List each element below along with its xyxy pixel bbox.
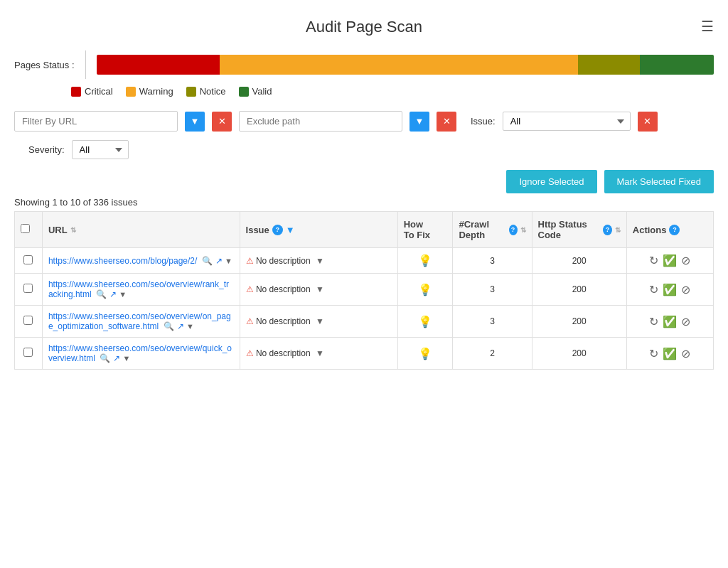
magnify-icon[interactable]: 🔍 bbox=[164, 321, 174, 331]
row-url-cell: https://www.sheerseo.com/seo/overview/qu… bbox=[42, 338, 240, 370]
mark-fixed-icon[interactable]: ✅ bbox=[663, 347, 677, 360]
exclude-path-input[interactable] bbox=[239, 111, 402, 132]
lightbulb-icon[interactable]: 💡 bbox=[418, 254, 432, 267]
crawl-sort-icon[interactable]: ⇅ bbox=[520, 226, 526, 234]
refresh-icon[interactable]: ↻ bbox=[649, 347, 658, 360]
row-howtofix-cell: 💡 bbox=[397, 306, 453, 338]
row-actions-cell: ↻ ✅ ⊘ bbox=[626, 248, 713, 274]
exclude-clear-button[interactable]: ✕ bbox=[437, 112, 456, 132]
url-dropdown-icon[interactable]: ▼ bbox=[186, 322, 194, 331]
crawl-help-icon[interactable]: ? bbox=[509, 225, 518, 235]
url-clear-button[interactable]: ✕ bbox=[212, 112, 232, 132]
issue-filter-icon[interactable]: ▼ bbox=[286, 225, 295, 235]
row-checkbox-cell[interactable] bbox=[15, 338, 43, 370]
magnify-icon[interactable]: 🔍 bbox=[96, 289, 107, 299]
row-url-link[interactable]: https://www.sheerseo.com/seo/overview/qu… bbox=[48, 343, 232, 363]
refresh-icon[interactable]: ↻ bbox=[649, 315, 658, 328]
row-issue-cell: ⚠ No description ▼ bbox=[240, 248, 397, 274]
external-link-icon[interactable]: ↗ bbox=[113, 353, 120, 363]
mark-fixed-icon[interactable]: ✅ bbox=[663, 254, 677, 267]
row-url-link[interactable]: https://www.sheerseo.com/blog/page/2/ bbox=[48, 256, 197, 266]
legend-notice-label: Notice bbox=[200, 86, 226, 97]
hamburger-menu-icon[interactable]: ☰ bbox=[701, 18, 714, 35]
row-checkbox-cell[interactable] bbox=[15, 306, 43, 338]
lightbulb-icon[interactable]: 💡 bbox=[418, 348, 432, 360]
http-help-icon[interactable]: ? bbox=[603, 225, 611, 235]
crawl-depth-value: 3 bbox=[490, 284, 495, 294]
row-howtofix-cell: 💡 bbox=[397, 248, 453, 274]
row-crawl-depth-cell: 3 bbox=[453, 306, 532, 338]
external-link-icon[interactable]: ↗ bbox=[177, 321, 184, 331]
external-link-icon[interactable]: ↗ bbox=[215, 256, 223, 266]
row-checkbox-cell[interactable] bbox=[15, 274, 43, 306]
crawl-depth-value: 3 bbox=[490, 316, 495, 326]
th-http-status: Http Status Code ? ⇅ bbox=[532, 212, 626, 248]
th-select-all[interactable] bbox=[15, 212, 43, 248]
url-filter-input[interactable] bbox=[14, 111, 178, 132]
lightbulb-icon[interactable]: 💡 bbox=[418, 316, 432, 328]
table-row: https://www.sheerseo.com/seo/overview/ra… bbox=[15, 274, 714, 306]
url-dropdown-icon[interactable]: ▼ bbox=[123, 354, 131, 363]
issue-label: No description bbox=[256, 348, 311, 358]
th-crawl-label: #Crawl Depth bbox=[459, 219, 505, 240]
ignore-icon[interactable]: ⊘ bbox=[681, 283, 690, 296]
mark-fixed-icon[interactable]: ✅ bbox=[663, 315, 677, 328]
url-sort-icon[interactable]: ⇅ bbox=[70, 226, 76, 234]
issue-warning-icon: ⚠ bbox=[246, 348, 254, 358]
legend-critical: Critical bbox=[71, 86, 113, 97]
url-dropdown-icon[interactable]: ▼ bbox=[119, 290, 127, 299]
ignore-icon[interactable]: ⊘ bbox=[681, 315, 690, 328]
row-checkbox[interactable] bbox=[23, 255, 33, 264]
issue-warning-icon: ⚠ bbox=[246, 284, 254, 294]
table-row: https://www.sheerseo.com/seo/overview/on… bbox=[15, 306, 714, 338]
row-issue-cell: ⚠ No description ▼ bbox=[240, 338, 397, 370]
url-action-icons: 🔍 ↗ bbox=[164, 321, 184, 331]
mark-selected-fixed-button[interactable]: Mark Selected Fixed bbox=[604, 170, 714, 193]
severity-select[interactable]: All Critical Warning Notice bbox=[72, 140, 129, 159]
issue-dropdown-icon[interactable]: ▼ bbox=[316, 284, 324, 294]
row-checkbox-cell[interactable] bbox=[15, 248, 43, 274]
th-howtofix: HowTo Fix bbox=[397, 212, 453, 248]
row-checkbox[interactable] bbox=[23, 348, 33, 357]
ignore-icon[interactable]: ⊘ bbox=[681, 254, 690, 267]
exclude-filter-button[interactable]: ▼ bbox=[410, 112, 429, 132]
actions-help-icon[interactable]: ? bbox=[669, 225, 680, 235]
issue-clear-button[interactable]: ✕ bbox=[638, 112, 658, 132]
bar-warning bbox=[220, 55, 578, 75]
row-url-link[interactable]: https://www.sheerseo.com/seo/overview/ra… bbox=[48, 279, 229, 299]
magnify-icon[interactable]: 🔍 bbox=[100, 353, 110, 363]
th-url-label: URL bbox=[48, 225, 68, 235]
row-url-cell: https://www.sheerseo.com/seo/overview/on… bbox=[42, 306, 240, 338]
mark-fixed-icon[interactable]: ✅ bbox=[663, 283, 677, 296]
ignore-selected-button[interactable]: Ignore Selected bbox=[506, 170, 596, 193]
row-url-link[interactable]: https://www.sheerseo.com/seo/overview/on… bbox=[48, 311, 231, 331]
url-filter-button[interactable]: ▼ bbox=[185, 112, 205, 132]
th-http-label: Http Status Code bbox=[538, 219, 601, 240]
http-sort-icon[interactable]: ⇅ bbox=[615, 226, 621, 234]
external-link-icon[interactable]: ↗ bbox=[109, 289, 117, 299]
lightbulb-icon[interactable]: 💡 bbox=[418, 284, 432, 296]
refresh-icon[interactable]: ↻ bbox=[649, 254, 658, 267]
page-title: Audit Page Scan bbox=[306, 18, 422, 36]
th-crawl-depth: #Crawl Depth ? ⇅ bbox=[453, 212, 532, 248]
issue-dropdown-icon[interactable]: ▼ bbox=[316, 348, 324, 358]
row-checkbox[interactable] bbox=[23, 284, 33, 293]
issue-filter-label: Issue: bbox=[471, 116, 496, 127]
row-crawl-depth-cell: 3 bbox=[453, 274, 532, 306]
issue-dropdown-icon[interactable]: ▼ bbox=[316, 256, 324, 266]
select-all-checkbox[interactable] bbox=[21, 224, 30, 233]
issue-help-icon[interactable]: ? bbox=[272, 225, 283, 235]
action-buttons-row: Ignore Selected Mark Selected Fixed bbox=[14, 170, 714, 193]
table-header-row: URL ⇅ Issue ? ▼ HowTo Fix #Crawl bbox=[15, 212, 714, 248]
issue-select[interactable]: All Description Title H1 H2 Images Links bbox=[503, 112, 631, 131]
url-dropdown-icon[interactable]: ▼ bbox=[225, 257, 232, 265]
issue-dropdown-icon[interactable]: ▼ bbox=[316, 316, 324, 326]
th-issue: Issue ? ▼ bbox=[240, 212, 397, 248]
refresh-icon[interactable]: ↻ bbox=[649, 283, 658, 296]
url-action-icons: 🔍 ↗ bbox=[100, 353, 120, 363]
action-icons-group: ↻ ✅ ⊘ bbox=[633, 347, 707, 360]
row-checkbox[interactable] bbox=[23, 316, 33, 325]
row-crawl-depth-cell: 3 bbox=[453, 248, 532, 274]
magnify-icon[interactable]: 🔍 bbox=[202, 256, 213, 266]
ignore-icon[interactable]: ⊘ bbox=[681, 347, 690, 360]
